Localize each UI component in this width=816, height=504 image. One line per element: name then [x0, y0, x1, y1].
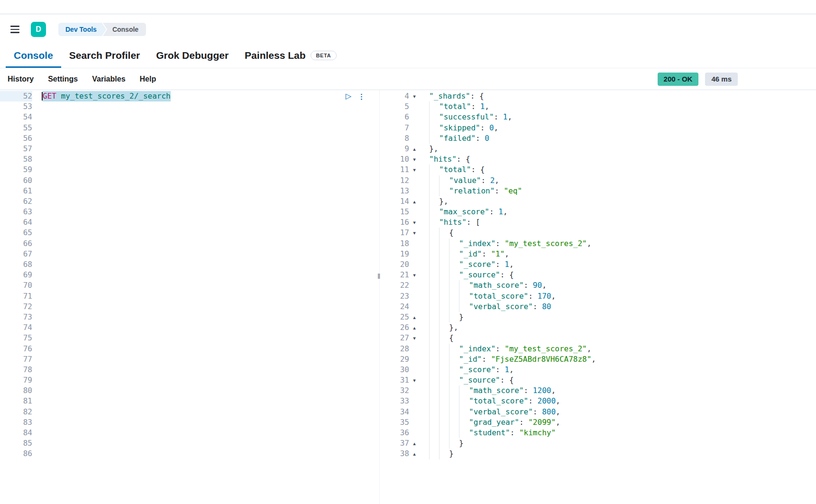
menu-button[interactable] [8, 23, 22, 36]
editor-line[interactable]: 69 [0, 270, 379, 280]
fold-spacer [409, 354, 420, 365]
editor-line[interactable]: 77 [0, 354, 379, 365]
editor-line[interactable]: 58 [0, 154, 379, 165]
editor-line[interactable]: 68 [0, 259, 379, 270]
line-number: 26 [384, 322, 409, 333]
fold-toggle-icon[interactable]: ▴ [409, 144, 420, 154]
tab-grok-debugger[interactable]: Grok Debugger [148, 45, 237, 68]
indent-guide [429, 396, 439, 406]
editor-line[interactable]: 85 [0, 438, 379, 449]
space-avatar[interactable]: D [31, 22, 46, 37]
fold-toggle-icon[interactable]: ▾ [409, 165, 420, 175]
indent-guide [429, 228, 439, 238]
indent-guide [429, 302, 439, 312]
indent-guide [449, 280, 459, 291]
line-number: 61 [0, 186, 32, 196]
line-number: 58 [0, 154, 32, 165]
line-content: "hits": [ [420, 217, 480, 228]
fold-toggle-icon[interactable]: ▴ [409, 312, 420, 322]
editor-line[interactable]: 84 [0, 428, 379, 438]
menu-variables[interactable]: Variables [92, 75, 125, 83]
menu-help[interactable]: Help [140, 75, 156, 83]
editor-line[interactable]: 59 [0, 165, 379, 175]
editor-line[interactable]: 83 [0, 417, 379, 428]
response-line: 37▴} [384, 438, 816, 449]
line-content [32, 165, 42, 175]
editor-line[interactable]: 76 [0, 344, 379, 354]
editor-line[interactable]: 52GET my_test_scores_2/_search [0, 91, 379, 101]
line-content: "_score": 1, [420, 259, 514, 270]
editor-line[interactable]: 75 [0, 333, 379, 343]
line-content [32, 344, 42, 354]
editor-line[interactable]: 54 [0, 112, 379, 122]
editor-line[interactable]: 80 [0, 385, 379, 396]
tab-painless-lab[interactable]: Painless Lab BETA [237, 45, 345, 68]
pane-splitter[interactable]: ‖ [379, 90, 384, 504]
indent-guide [449, 238, 459, 249]
fold-toggle-icon[interactable]: ▾ [409, 270, 420, 280]
editor-line[interactable]: 64 [0, 217, 379, 228]
breadcrumb-dev-tools[interactable]: Dev Tools [58, 23, 106, 36]
editor-line[interactable]: 82 [0, 407, 379, 417]
send-request-button[interactable]: ▷ [345, 92, 352, 100]
line-number: 81 [0, 396, 32, 406]
fold-toggle-icon[interactable]: ▴ [409, 438, 420, 449]
line-number: 69 [0, 270, 32, 280]
line-content: "total_score": 2000, [420, 396, 560, 406]
fold-toggle-icon[interactable]: ▾ [409, 217, 420, 228]
editor-line[interactable]: 72 [0, 302, 379, 312]
editor-line[interactable]: 79 [0, 375, 379, 385]
response-line: 13"relation": "eq" [384, 186, 816, 196]
line-number: 21 [384, 270, 409, 280]
fold-toggle-icon[interactable]: ▾ [409, 333, 420, 343]
editor-line[interactable]: 53 [0, 101, 379, 112]
response-line: 4▾"_shards": { [384, 91, 816, 101]
response-line: 12"value": 2, [384, 175, 816, 186]
editor-line[interactable]: 66 [0, 238, 379, 249]
fold-spacer [409, 207, 420, 217]
editor-line[interactable]: 57 [0, 144, 379, 154]
editor-line[interactable]: 81 [0, 396, 379, 406]
line-number: 78 [0, 365, 32, 375]
fold-toggle-icon[interactable]: ▴ [409, 196, 420, 207]
request-editor[interactable]: 52GET my_test_scores_2/_search5354555657… [0, 90, 379, 504]
fold-toggle-icon[interactable]: ▴ [409, 322, 420, 333]
editor-line[interactable]: 73 [0, 312, 379, 322]
editor-line[interactable]: 86 [0, 449, 379, 459]
line-number: 74 [0, 322, 32, 333]
indent-guide [439, 291, 449, 302]
editor-line[interactable]: 55 [0, 123, 379, 133]
line-content [32, 385, 42, 396]
line-content: "verbal_score": 800, [420, 407, 560, 417]
line-content [32, 375, 42, 385]
editor-line[interactable]: 78 [0, 365, 379, 375]
editor-line[interactable]: 74 [0, 322, 379, 333]
editor-line[interactable]: 70 [0, 280, 379, 291]
fold-toggle-icon[interactable]: ▴ [409, 449, 420, 459]
response-line: 35"grad_year": "2099", [384, 417, 816, 428]
tab-search-profiler[interactable]: Search Profiler [61, 45, 148, 68]
editor-line[interactable]: 65 [0, 228, 379, 238]
editor-line[interactable]: 62 [0, 196, 379, 207]
tab-console[interactable]: Console [6, 45, 61, 68]
line-number: 55 [0, 123, 32, 133]
editor-line[interactable]: 60 [0, 175, 379, 186]
editor-line[interactable]: 56 [0, 133, 379, 144]
editor-line[interactable]: 61 [0, 186, 379, 196]
editor-line[interactable]: 71 [0, 291, 379, 302]
fold-toggle-icon[interactable]: ▾ [409, 154, 420, 165]
editor-line[interactable]: 63 [0, 207, 379, 217]
fold-toggle-icon[interactable]: ▾ [409, 375, 420, 385]
request-options-button[interactable]: ⋮ [357, 93, 366, 100]
line-content [32, 428, 42, 438]
editor-line[interactable]: 67 [0, 249, 379, 259]
indent-guide [429, 112, 439, 122]
menu-history[interactable]: History [8, 75, 34, 83]
line-number: 63 [0, 207, 32, 217]
fold-toggle-icon[interactable]: ▾ [409, 91, 420, 101]
indent-guide [459, 396, 469, 406]
line-number: 77 [0, 354, 32, 365]
fold-toggle-icon[interactable]: ▾ [409, 228, 420, 238]
menu-settings[interactable]: Settings [48, 75, 78, 83]
line-content [32, 101, 42, 112]
